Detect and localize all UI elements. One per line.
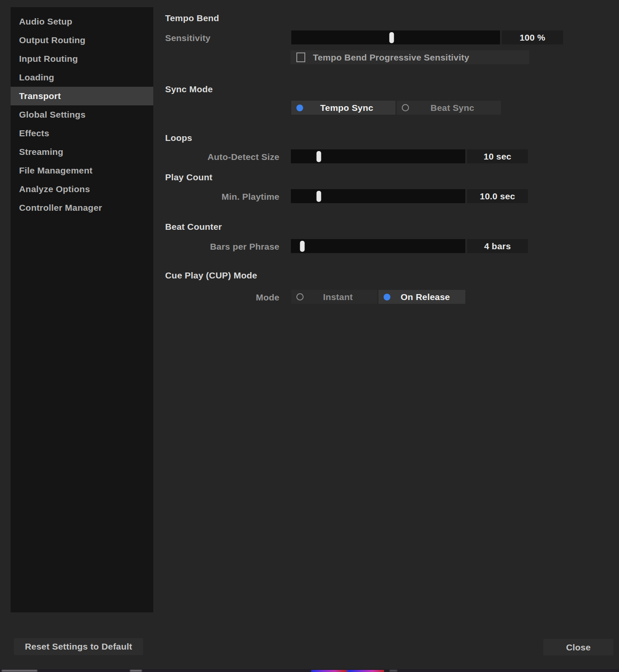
sidebar-item-output-routing[interactable]: Output Routing	[11, 31, 153, 50]
background-text-fragment	[2, 670, 37, 672]
background-waveform-strip	[311, 670, 384, 672]
mode-label: Mode	[207, 292, 279, 303]
background-text-fragment	[130, 670, 142, 672]
cup-mode-option-instant[interactable]: Instant	[291, 290, 377, 304]
sidebar-item-global-settings[interactable]: Global Settings	[11, 105, 153, 124]
sidebar-item-transport[interactable]: Transport	[11, 87, 153, 105]
bars-per-phrase-label: Bars per Phrase	[165, 242, 279, 252]
beat-counter-header: Beat Counter	[165, 222, 222, 232]
sensitivity-value[interactable]: 100 %	[502, 30, 563, 44]
min-playtime-label: Min. Playtime	[165, 192, 279, 202]
bars-per-phrase-slider-handle[interactable]	[300, 241, 304, 252]
sensitivity-slider-handle[interactable]	[389, 32, 394, 43]
min-playtime-slider[interactable]	[291, 189, 465, 203]
tempo-bend-header: Tempo Bend	[165, 13, 219, 23]
radio-unselected-icon[interactable]	[402, 104, 409, 111]
sensitivity-label: Sensitivity	[165, 33, 210, 43]
radio-selected-icon[interactable]	[296, 105, 303, 111]
auto-detect-size-label: Auto-Detect Size	[165, 152, 279, 162]
radio-selected-icon[interactable]	[384, 294, 390, 300]
checkbox-unchecked-icon[interactable]	[296, 52, 305, 62]
sync-mode-header: Sync Mode	[165, 84, 213, 94]
cue-play-mode-header: Cue Play (CUP) Mode	[165, 270, 257, 281]
sidebar-item-input-routing[interactable]: Input Routing	[11, 50, 153, 68]
beat-sync-label: Beat Sync	[409, 103, 496, 113]
reset-settings-button[interactable]: Reset Settings to Default	[14, 638, 143, 655]
sensitivity-slider[interactable]	[291, 30, 500, 44]
preferences-sidebar: Audio Setup Output Routing Input Routing…	[11, 7, 153, 612]
progressive-sensitivity-checkbox-row[interactable]: Tempo Bend Progressive Sensitivity	[290, 50, 529, 64]
min-playtime-value[interactable]: 10.0 sec	[467, 189, 528, 203]
sidebar-item-controller-manager[interactable]: Controller Manager	[11, 198, 153, 217]
auto-detect-size-slider[interactable]	[291, 149, 465, 163]
sync-mode-option-beat-sync[interactable]: Beat Sync	[397, 101, 501, 115]
sidebar-item-file-management[interactable]: File Management	[11, 161, 153, 180]
play-count-header: Play Count	[165, 172, 213, 182]
radio-unselected-icon[interactable]	[296, 293, 304, 300]
min-playtime-slider-handle[interactable]	[316, 191, 321, 202]
auto-detect-size-slider-handle[interactable]	[316, 151, 321, 162]
tempo-sync-label: Tempo Sync	[303, 103, 390, 113]
background-window-strip	[0, 669, 619, 672]
auto-detect-size-value[interactable]: 10 sec	[467, 149, 528, 163]
cup-mode-option-on-release[interactable]: On Release	[379, 290, 465, 304]
close-button[interactable]: Close	[543, 639, 613, 655]
bars-per-phrase-slider[interactable]	[291, 239, 465, 253]
sidebar-item-audio-setup[interactable]: Audio Setup	[11, 12, 153, 31]
sidebar-item-effects[interactable]: Effects	[11, 124, 153, 143]
loops-header: Loops	[165, 133, 192, 143]
instant-label: Instant	[304, 292, 372, 302]
progressive-sensitivity-label: Tempo Bend Progressive Sensitivity	[313, 52, 469, 63]
on-release-label: On Release	[390, 292, 460, 302]
sidebar-item-loading[interactable]: Loading	[11, 68, 153, 87]
bars-per-phrase-value[interactable]: 4 bars	[467, 239, 528, 253]
background-text-fragment	[390, 670, 397, 672]
sync-mode-option-tempo-sync[interactable]: Tempo Sync	[291, 101, 395, 115]
sidebar-item-streaming[interactable]: Streaming	[11, 143, 153, 161]
sidebar-list: Audio Setup Output Routing Input Routing…	[11, 12, 153, 217]
sidebar-item-analyze-options[interactable]: Analyze Options	[11, 180, 153, 198]
